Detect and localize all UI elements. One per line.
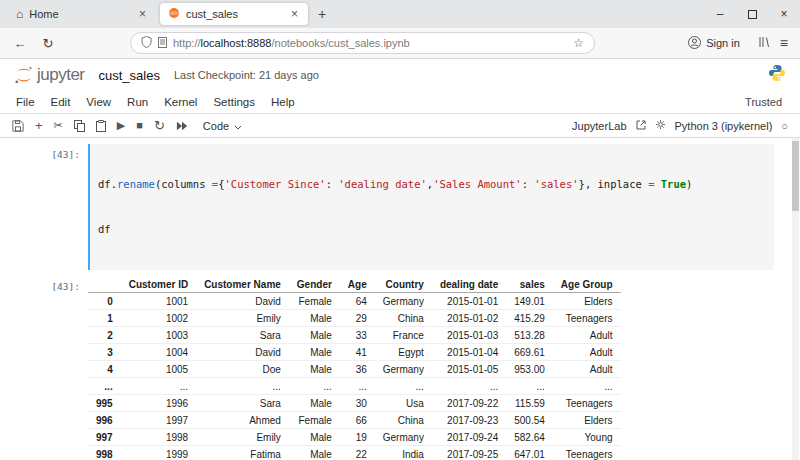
table-row: 21003SaraMale33France2015-01-03513.28Adu…	[88, 327, 621, 344]
tab-cust-sales-label: cust_sales	[186, 8, 283, 20]
code-token: :	[522, 178, 535, 190]
external-link-icon[interactable]	[636, 120, 646, 132]
table-cell: Elders	[553, 293, 621, 310]
back-button[interactable]: ←	[8, 31, 32, 55]
menu-view[interactable]: View	[78, 96, 119, 108]
row-index: 3	[88, 344, 121, 361]
table-row: 9951996SaraMale30Usa2017-09-22115.59Teen…	[88, 395, 621, 412]
table-cell: 66	[340, 412, 375, 429]
copy-cell-icon[interactable]	[74, 120, 85, 132]
address-bar[interactable]: http://localhost:8888/notebooks/cust_sal…	[130, 32, 595, 54]
url-scheme: http://	[173, 37, 201, 49]
notebook-scrollbar[interactable]	[792, 138, 799, 460]
table-cell: Male	[289, 327, 340, 344]
stop-kernel-icon[interactable]: ■	[136, 120, 143, 131]
table-row: 9981999FatimaMale22India2017-09-25647.01…	[88, 446, 621, 460]
tab-cust-sales[interactable]: cust_sales ×	[160, 3, 308, 25]
toolbar-right: JupyterLab Python 3 (ipykernel) ○	[572, 119, 788, 132]
table-cell: 1999	[121, 446, 196, 460]
close-window-button[interactable]: ×	[768, 0, 800, 28]
code-token: (columns	[155, 178, 212, 190]
add-cell-icon[interactable]: +	[35, 119, 43, 132]
table-cell: 953.00	[506, 361, 553, 378]
table-cell: 2015-01-01	[432, 293, 506, 310]
col-header: sales	[506, 276, 553, 293]
menu-file[interactable]: File	[8, 96, 43, 108]
run-cell-icon[interactable]: ▶	[117, 120, 125, 131]
kernel-status-icon: ○	[781, 120, 788, 132]
table-cell: Male	[289, 310, 340, 327]
table-row: 11002EmilyMale29China2015-01-02415.29Tee…	[88, 310, 621, 327]
table-cell: India	[375, 446, 432, 460]
jupyter-logo-icon	[14, 65, 34, 85]
table-cell: Adult	[553, 327, 621, 344]
code-token: 'Customer Since'	[224, 178, 325, 190]
minimize-button[interactable]: –	[704, 0, 736, 28]
menu-edit[interactable]: Edit	[43, 96, 79, 108]
cell-type-dropdown[interactable]: Code	[203, 120, 242, 132]
table-cell: Egypt	[375, 344, 432, 361]
row-index: ...	[88, 378, 121, 395]
notebook-title[interactable]: cust_sales	[99, 68, 160, 83]
table-cell: Ahmed	[196, 412, 289, 429]
table-cell: 149.01	[506, 293, 553, 310]
cut-cell-icon[interactable]: ✂	[54, 120, 63, 131]
new-tab-button[interactable]: +	[310, 3, 334, 25]
jupyter-logo[interactable]: jupyter	[14, 65, 85, 85]
code-token: df	[98, 223, 111, 235]
checkpoint-status: Last Checkpoint: 21 days ago	[174, 69, 319, 81]
code-line: df.rename(columns ={'Customer Since': 'd…	[98, 177, 766, 192]
maximize-button[interactable]	[736, 0, 768, 28]
code-token: }, inplace	[579, 178, 649, 190]
tab-home[interactable]: ⌂ Home ×	[8, 3, 156, 25]
page-info-icon[interactable]	[158, 37, 167, 50]
url-host: localhost:8888	[201, 37, 272, 49]
table-cell: ...	[121, 378, 196, 395]
paste-cell-icon[interactable]	[96, 120, 106, 132]
table-cell: 115.59	[506, 395, 553, 412]
table-cell: France	[375, 327, 432, 344]
col-header: Age	[340, 276, 375, 293]
col-header: Gender	[289, 276, 340, 293]
col-header: Customer ID	[121, 276, 196, 293]
table-cell: 2015-01-03	[432, 327, 506, 344]
trusted-badge[interactable]: Trusted	[745, 96, 792, 108]
reload-button[interactable]: ↻	[36, 31, 60, 55]
sign-in-button[interactable]: Sign in	[680, 34, 748, 53]
output-body: Customer IDCustomer NameGenderAgeCountry…	[88, 276, 800, 460]
gear-icon[interactable]	[655, 119, 666, 132]
table-cell: 415.29	[506, 310, 553, 327]
scrollbar-thumb[interactable]	[792, 141, 799, 211]
output-prompt: [43]:	[0, 276, 88, 460]
jupyter-header: jupyter cust_sales Last Checkpoint: 21 d…	[0, 59, 800, 91]
table-cell: 2015-01-05	[432, 361, 506, 378]
menu-icon[interactable]: ≡	[780, 35, 788, 51]
dataframe-table: Customer IDCustomer NameGenderAgeCountry…	[88, 276, 621, 460]
code-cell-43[interactable]: [43]: df.rename(columns ={'Customer Sinc…	[0, 144, 800, 270]
table-cell: 2015-01-02	[432, 310, 506, 327]
table-cell: 669.61	[506, 344, 553, 361]
table-cell: 1997	[121, 412, 196, 429]
restart-kernel-icon[interactable]: ↻	[154, 119, 165, 132]
save-icon[interactable]	[12, 120, 24, 132]
table-cell: Elders	[553, 412, 621, 429]
table-cell: Female	[289, 293, 340, 310]
table-cell: David	[196, 344, 289, 361]
close-tab-icon[interactable]: ×	[289, 7, 300, 21]
close-tab-icon[interactable]: ×	[137, 7, 148, 21]
table-cell: ...	[506, 378, 553, 395]
library-icon[interactable]	[758, 34, 770, 52]
menu-run[interactable]: Run	[119, 96, 156, 108]
menu-kernel[interactable]: Kernel	[156, 96, 205, 108]
table-cell: Germany	[375, 429, 432, 446]
table-cell: 582.64	[506, 429, 553, 446]
row-index: 0	[88, 293, 121, 310]
menu-settings[interactable]: Settings	[205, 96, 263, 108]
restart-run-all-icon[interactable]	[176, 121, 188, 131]
menu-help[interactable]: Help	[263, 96, 303, 108]
kernel-name[interactable]: Python 3 (ipykernel)	[675, 120, 773, 132]
code-editor[interactable]: df.rename(columns ={'Customer Since': 'd…	[88, 144, 774, 270]
url-text: http://localhost:8888/notebooks/cust_sal…	[173, 37, 410, 49]
open-in-jupyterlab-link[interactable]: JupyterLab	[572, 120, 626, 132]
bookmark-star-icon[interactable]: ☆	[573, 36, 584, 50]
